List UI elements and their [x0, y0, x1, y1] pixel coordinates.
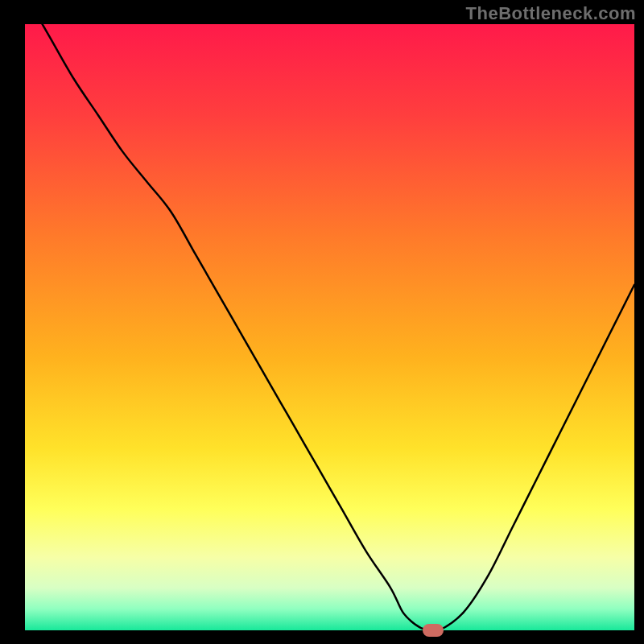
- plot-background: [25, 24, 634, 630]
- chart-stage: TheBottleneck.com: [0, 0, 644, 644]
- bottleneck-plot: [0, 0, 644, 644]
